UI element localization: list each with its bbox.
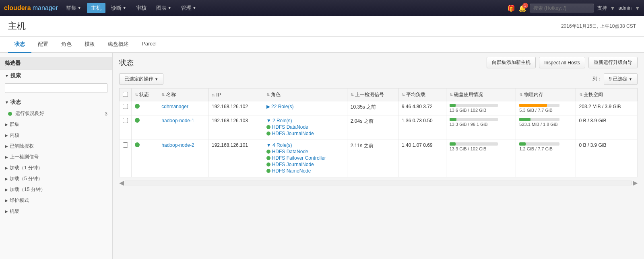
select-all-checkbox[interactable] xyxy=(123,92,128,97)
nav-charts[interactable]: 图表 ▼ xyxy=(152,3,175,13)
table-scroll: ⇅ 状态 ⇅ 名称 ⇅ IP ⇅ 角色 xyxy=(119,88,638,177)
tab-roles[interactable]: 角色 xyxy=(55,37,78,53)
sidebar-status-header[interactable]: ▼ 状态 xyxy=(0,96,112,108)
tab-parcel[interactable]: Parcel xyxy=(135,37,163,53)
admin-label[interactable]: admin xyxy=(618,5,632,11)
row-swap: 203.2 MiB / 3.9 GiB xyxy=(576,101,637,115)
sidebar-group-load1[interactable]: ▶ 加载（1 分钟） xyxy=(0,162,112,173)
add-host-button[interactable]: 向群集添加新主机 xyxy=(487,57,536,68)
sort-roles-icon: ⇅ xyxy=(266,92,270,97)
role-item: HDFS JournalNode xyxy=(266,131,344,136)
th-mem[interactable]: ⇅ 物理内存 xyxy=(516,88,576,101)
status-dot xyxy=(135,142,140,147)
columns-label: 列： xyxy=(592,76,602,82)
sidebar-group-load5[interactable]: ▶ 加载（5 分钟） xyxy=(0,173,112,184)
bell-icon[interactable]: 🔔1 xyxy=(518,4,526,12)
row-memory: 5.3 GiB / 7.7 GiB xyxy=(516,101,576,115)
scroll-right-icon[interactable]: ▶ xyxy=(633,179,638,187)
sidebar-group-kernel[interactable]: ▶ 内核 xyxy=(0,130,112,141)
sidebar-group-rack[interactable]: ▶ 机架 xyxy=(0,206,112,217)
columns-select-button[interactable]: 9 已选定 ▼ xyxy=(604,73,638,85)
sort-heartbeat-icon: ⇅ xyxy=(351,92,354,97)
role-item: HDFS Failover Controller xyxy=(266,155,344,161)
role-status-dot xyxy=(266,156,270,160)
heartbeat-label: 上一检测信号 xyxy=(10,154,39,160)
disk-bar-fill xyxy=(450,104,456,107)
mem-bar-bg xyxy=(519,142,559,146)
healthy-label: 运行状况良好 xyxy=(15,110,44,117)
th-status[interactable]: ⇅ 状态 xyxy=(132,88,158,101)
tabs: 状态 配置 角色 模板 磁盘概述 Parcel xyxy=(0,37,644,53)
role-link[interactable]: HDFS Failover Controller xyxy=(272,155,326,161)
host-link[interactable]: hadoop-node-1 xyxy=(161,118,194,123)
role-count[interactable]: ▼ 4 Role(s) xyxy=(266,142,344,148)
tab-disk[interactable]: 磁盘概述 xyxy=(101,37,135,53)
role-link[interactable]: HDFS JournalNode xyxy=(272,131,314,136)
rerun-upgrade-button[interactable]: 重新运行升级向导 xyxy=(588,57,638,68)
role-link[interactable]: HDFS DataNode xyxy=(272,124,308,130)
th-load[interactable]: ⇅ 平均负载 xyxy=(398,88,446,101)
role-link[interactable]: HDFS DataNode xyxy=(272,149,308,154)
gift-icon[interactable]: 🎁 xyxy=(507,4,515,12)
triangle-load15: ▶ xyxy=(5,187,8,192)
row-checkbox[interactable] xyxy=(123,142,128,148)
decommissioned-label: 已解除授权 xyxy=(10,143,34,150)
host-link[interactable]: cdhmanager xyxy=(161,104,188,109)
row-checkbox-cell xyxy=(120,115,132,140)
mem-bar-bg xyxy=(519,118,559,121)
tab-status[interactable]: 状态 xyxy=(8,37,31,53)
row-checkbox[interactable] xyxy=(123,104,128,109)
sidebar-group-maintenance[interactable]: ▶ 维护模式 xyxy=(0,195,112,206)
triangle-maintenance: ▶ xyxy=(5,198,8,203)
role-count[interactable]: ▶ 22 Role(s) xyxy=(266,104,344,109)
disk-bar-container: 13.3 GiB / 102 GiB xyxy=(450,142,498,151)
scroll-left-icon[interactable]: ◀ xyxy=(119,179,124,187)
role-link[interactable]: HDFS JournalNode xyxy=(272,162,314,167)
sidebar-group-cluster[interactable]: ▶ 群集 xyxy=(0,119,112,130)
row-disk: 13.6 GiB / 102 GiB xyxy=(446,101,516,115)
operations-dropdown[interactable]: 已选定的操作 ▼ xyxy=(119,73,163,85)
sort-swap-icon: ⇅ xyxy=(579,92,582,97)
triangle-status: ▼ xyxy=(5,100,9,105)
mem-bar-fill xyxy=(519,118,530,121)
th-ip[interactable]: ⇅ IP xyxy=(208,88,263,101)
sidebar-item-healthy[interactable]: 运行状况良好 3 xyxy=(0,108,112,119)
th-roles[interactable]: ⇅ 角色 xyxy=(263,88,347,101)
tab-templates[interactable]: 模板 xyxy=(78,37,101,53)
table-row: cdhmanager192.168.126.102▶ 22 Role(s)10.… xyxy=(120,101,638,115)
table-header-row: ⇅ 状态 ⇅ 名称 ⇅ IP ⇅ 角色 xyxy=(120,88,638,101)
sidebar-search-input[interactable] xyxy=(5,83,107,93)
th-name[interactable]: ⇅ 名称 xyxy=(158,88,208,101)
row-checkbox[interactable] xyxy=(123,118,128,123)
nav-diagnostics[interactable]: 诊断 ▼ xyxy=(107,3,130,13)
tab-config[interactable]: 配置 xyxy=(31,37,55,53)
mem-bar-bg xyxy=(519,104,559,107)
nav-audit[interactable]: 审核 xyxy=(132,3,151,13)
search-input[interactable] xyxy=(530,4,594,12)
th-disk[interactable]: ⇅ 磁盘使用情况 xyxy=(446,88,516,101)
inspect-all-button[interactable]: Inspect All Hosts xyxy=(539,57,585,68)
disk-text: 13.6 GiB / 102 GiB xyxy=(450,108,498,113)
th-heartbeat[interactable]: ⇅ 上一检测信号 xyxy=(347,88,398,101)
nav-cluster[interactable]: 群集 ▼ xyxy=(62,3,85,13)
role-count[interactable]: ▼ 2 Role(s) xyxy=(266,118,344,123)
th-swap[interactable]: ⇅ 交换空间 xyxy=(576,88,637,101)
nav-admin[interactable]: 管理 ▼ xyxy=(177,3,200,13)
content-area: 筛选器 ▼ 搜索 ▼ 状态 运行状况良好 3 ▶ 群集 ▶ 内核 ▶ xyxy=(0,53,644,259)
sidebar-group-heartbeat[interactable]: ▶ 上一检测信号 xyxy=(0,152,112,162)
disk-text: 13.3 GiB / 96.1 GiB xyxy=(450,122,498,127)
disk-bar-fill xyxy=(450,142,456,146)
maintenance-label: 维护模式 xyxy=(10,197,29,204)
disk-bar-bg xyxy=(450,118,498,121)
sidebar-group-decommissioned[interactable]: ▶ 已解除授权 xyxy=(0,141,112,152)
logo[interactable]: cloudera manager xyxy=(4,4,58,12)
role-item: HDFS DataNode xyxy=(266,124,344,130)
sidebar-group-load15[interactable]: ▶ 加载（15 分钟） xyxy=(0,184,112,195)
support-label[interactable]: 支持 xyxy=(597,5,607,12)
page-header: 主机 2016年11月15日, 上午10点38 CST xyxy=(0,16,644,37)
host-link[interactable]: hadoop-node-2 xyxy=(161,142,194,148)
kernel-label: 内核 xyxy=(10,132,19,139)
nav-hosts[interactable]: 主机 xyxy=(87,3,105,13)
role-link[interactable]: HDFS NameNode xyxy=(272,168,311,174)
nav-items: 群集 ▼ 主机 诊断 ▼ 审核 图表 ▼ 管理 ▼ xyxy=(62,3,507,13)
